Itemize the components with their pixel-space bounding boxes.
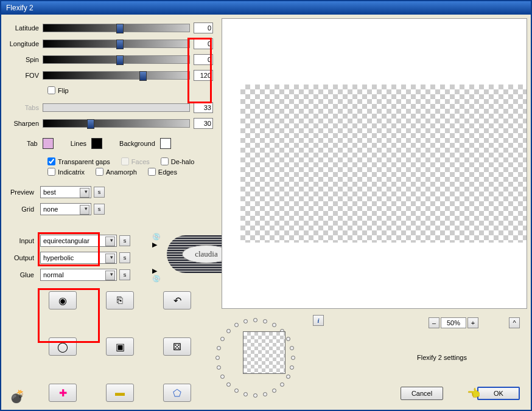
anamorph-checkbox[interactable] xyxy=(96,168,103,176)
preview-combo-label: Preview xyxy=(6,188,38,196)
controls-panel: Latitude Longitude Spin FOV Flip xyxy=(1,15,218,409)
tab-color-swatch[interactable] xyxy=(43,138,54,149)
fov-label: FOV xyxy=(6,72,43,79)
transparent-gaps-checkbox[interactable] xyxy=(47,157,55,165)
output-s-button[interactable]: s xyxy=(119,252,130,263)
grid-s-button[interactable]: s xyxy=(94,204,105,215)
cancel-button[interactable]: Cancel xyxy=(401,387,443,400)
ok-button[interactable]: OK xyxy=(477,387,520,400)
tool-button-2[interactable]: ⎘ xyxy=(106,291,134,309)
tabs-slider xyxy=(43,103,190,112)
grid-combo[interactable]: none xyxy=(40,203,91,215)
background-color-swatch[interactable] xyxy=(160,138,171,149)
info-button[interactable]: i xyxy=(313,315,324,326)
spin-label: Spin xyxy=(6,56,43,63)
indicatrix-checkbox[interactable] xyxy=(47,168,55,176)
glue-combo[interactable]: normal xyxy=(40,269,117,281)
tool-button-8[interactable]: ▬ xyxy=(106,384,134,402)
lines-color-label: Lines xyxy=(71,140,86,147)
indicatrix-label: Indicatrix xyxy=(58,168,85,176)
longitude-slider[interactable] xyxy=(43,40,190,48)
tool-button-9[interactable]: ⬠ xyxy=(163,384,191,402)
fov-input[interactable] xyxy=(194,70,213,81)
preview-combo[interactable]: best xyxy=(40,186,91,198)
disc-play-icon[interactable]: 💿▶ xyxy=(152,235,163,246)
glue-combo-label: Glue xyxy=(6,271,38,278)
burn-icon[interactable]: 💣 xyxy=(10,389,25,404)
sharpen-input[interactable] xyxy=(194,118,213,129)
spin-slider[interactable] xyxy=(43,55,190,64)
play-disc-icon[interactable]: ▶💿 xyxy=(152,269,163,280)
dehalo-checkbox[interactable] xyxy=(161,157,169,165)
output-combo-label: Output xyxy=(6,254,38,261)
tool-button-6[interactable]: ⚄ xyxy=(163,337,191,356)
transparent-gaps-label: Transparent gaps xyxy=(58,158,110,165)
fov-slider[interactable] xyxy=(43,71,190,80)
window-titlebar: Flexify 2 xyxy=(1,1,531,15)
glue-s-button[interactable]: s xyxy=(119,269,130,280)
sharpen-label: Sharpen xyxy=(6,120,43,127)
preview-canvas[interactable] xyxy=(222,18,527,309)
preview-s-button[interactable]: s xyxy=(94,187,105,198)
tab-color-label: Tab xyxy=(27,140,38,147)
input-combo-label: Input xyxy=(6,237,38,244)
zoom-value[interactable]: 50% xyxy=(441,317,466,328)
input-s-button[interactable]: s xyxy=(119,235,130,246)
spin-input[interactable] xyxy=(194,54,213,65)
longitude-label: Longitude xyxy=(6,40,43,47)
anamorph-label: Anamorph xyxy=(106,168,137,176)
dehalo-label: De-halo xyxy=(171,158,195,165)
collapse-button[interactable]: ^ xyxy=(509,317,520,328)
faces-label: Faces xyxy=(131,158,150,165)
latitude-input[interactable] xyxy=(194,22,213,33)
tabs-input[interactable] xyxy=(194,102,213,113)
edges-checkbox[interactable] xyxy=(148,168,156,176)
tool-button-1[interactable]: ◉ xyxy=(49,291,77,309)
edges-label: Edges xyxy=(158,168,177,176)
tool-button-5[interactable]: ▣ xyxy=(106,337,134,356)
preview-output xyxy=(240,85,527,243)
sharpen-slider[interactable] xyxy=(43,119,190,128)
tabs-label: Tabs xyxy=(6,104,43,111)
input-combo[interactable]: equirectangular xyxy=(40,235,117,247)
flip-label: Flip xyxy=(58,87,69,94)
tool-button-3[interactable]: ↶ xyxy=(163,291,191,309)
longitude-input[interactable] xyxy=(194,38,213,49)
background-color-label: Background xyxy=(119,140,155,147)
lines-color-swatch[interactable] xyxy=(91,138,102,149)
grid-combo-label: Grid xyxy=(6,206,38,213)
faces-checkbox xyxy=(121,157,129,165)
tool-button-7[interactable]: ✚ xyxy=(49,384,77,402)
hand-pointer-icon: 👉 xyxy=(467,387,481,400)
flip-checkbox[interactable] xyxy=(47,86,55,94)
latitude-label: Latitude xyxy=(6,24,43,32)
thumbnail-preview[interactable] xyxy=(243,331,285,374)
zoom-in-button[interactable]: + xyxy=(467,317,478,328)
settings-label: Flexify 2 settings xyxy=(417,354,467,361)
zoom-out-button[interactable]: – xyxy=(429,317,439,328)
tool-button-4[interactable]: ◯ xyxy=(49,337,77,356)
latitude-slider[interactable] xyxy=(43,24,190,32)
output-combo[interactable]: hyperbolic xyxy=(40,252,117,264)
